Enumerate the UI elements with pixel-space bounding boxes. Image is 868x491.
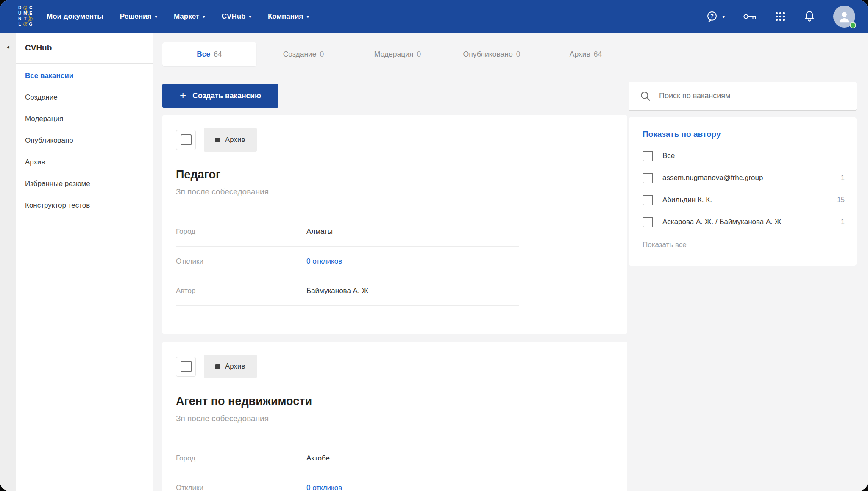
- help-bubble-icon: ?: [706, 11, 718, 22]
- tab-label: Создание: [283, 50, 317, 59]
- sidebar-item-moderation[interactable]: Модерация: [16, 108, 153, 130]
- vacancy-details: Город Актобе Отклики 0 откликов: [176, 444, 519, 491]
- responses-link[interactable]: 0 откликов: [306, 257, 342, 266]
- detail-row-responses: Отклики 0 откликов: [176, 247, 519, 276]
- card-controls: Архив: [176, 355, 257, 378]
- nav-company[interactable]: Компания ▾: [268, 12, 309, 21]
- sidebar-item-favorite-resumes[interactable]: Избранные резюме: [16, 173, 153, 194]
- badge-label: Архив: [225, 362, 245, 371]
- sidebar-item-archive[interactable]: Архив: [16, 151, 153, 173]
- row-value: Алматы: [306, 227, 333, 236]
- logo-letter: D: [17, 5, 22, 11]
- main-content: Все 64 Создание 0 Модерация 0 Опубликова…: [153, 33, 868, 491]
- vacancy-search-box: [629, 82, 857, 111]
- tab-count: 64: [214, 50, 222, 59]
- user-avatar-button[interactable]: [833, 6, 855, 28]
- vacancy-salary: Зп после собеседования: [176, 414, 269, 423]
- sidebar-menu: Все вакансии Создание Модерация Опублико…: [16, 64, 153, 216]
- app-window: D C U M E N T L G Мои документы Решения …: [0, 0, 868, 491]
- nav-cvhub[interactable]: CVHub ▾: [222, 12, 251, 21]
- logo-letter: U: [17, 11, 22, 16]
- logo-letter: M: [22, 11, 28, 16]
- sidebar-item-test-constructor[interactable]: Конструктор тестов: [16, 194, 153, 216]
- plus-icon: +: [180, 90, 186, 101]
- chevron-down-icon: ▾: [203, 14, 205, 19]
- responses-link[interactable]: 0 откликов: [306, 484, 342, 491]
- detail-row-city: Город Алматы: [176, 217, 519, 247]
- create-vacancy-button[interactable]: + Создать вакансию: [162, 84, 278, 108]
- tab-label: Опубликовано: [463, 50, 513, 59]
- checkbox[interactable]: [643, 173, 653, 183]
- search-icon: [640, 91, 651, 102]
- tab-label: Модерация: [374, 50, 414, 59]
- logo-ring-icon: [28, 16, 33, 22]
- topbar-icon-group: ? ▾: [706, 6, 855, 28]
- status-tabs: Все 64 Создание 0 Модерация 0 Опубликова…: [162, 42, 633, 66]
- author-option-count: 15: [837, 196, 845, 204]
- stop-square-icon: [215, 364, 220, 369]
- logo-letter: L: [17, 22, 22, 27]
- apps-launcher-button[interactable]: [775, 11, 786, 22]
- author-option-count: 1: [841, 218, 845, 226]
- show-all-authors-link[interactable]: Показать все: [643, 241, 845, 249]
- sidebar-collapse-button[interactable]: ◂: [6, 44, 9, 491]
- row-label: Автор: [176, 287, 306, 295]
- cvhub-sidebar: CVHub Все вакансии Создание Модерация Оп…: [16, 33, 153, 491]
- checkbox[interactable]: [643, 195, 653, 205]
- archive-status-badge[interactable]: Архив: [204, 355, 257, 378]
- sidebar-item-creation[interactable]: Создание: [16, 86, 153, 108]
- help-menu-button[interactable]: ? ▾: [706, 11, 725, 22]
- stop-square-icon: [215, 138, 220, 142]
- logo-letter: T: [22, 16, 28, 22]
- author-option[interactable]: Абильдин К. К. 15: [643, 189, 845, 211]
- access-keys-button[interactable]: [743, 11, 757, 22]
- tab-moderation[interactable]: Модерация 0: [351, 42, 445, 66]
- detail-row-responses: Отклики 0 откликов: [176, 473, 519, 491]
- search-input[interactable]: [658, 91, 845, 101]
- tab-creation[interactable]: Создание 0: [256, 42, 351, 66]
- sidebar-item-all-vacancies[interactable]: Все вакансии: [16, 65, 153, 86]
- detail-row-author: Автор Баймуканова А. Ж: [176, 276, 519, 306]
- tab-count: 0: [516, 50, 520, 59]
- chevron-down-icon: ▾: [249, 14, 251, 19]
- tab-all[interactable]: Все 64: [162, 42, 256, 66]
- vacancy-details: Город Алматы Отклики 0 откликов Автор Ба…: [176, 217, 519, 306]
- vacancy-title[interactable]: Агент по недвижимости: [176, 395, 312, 408]
- logo-letter: G: [28, 22, 33, 27]
- nav-solutions[interactable]: Решения ▾: [120, 12, 157, 21]
- tab-archive[interactable]: Архив 64: [539, 42, 633, 66]
- checkbox[interactable]: [643, 217, 653, 227]
- row-label: Отклики: [176, 484, 306, 491]
- tab-published[interactable]: Опубликовано 0: [445, 42, 539, 66]
- nav-label: Мои документы: [47, 12, 103, 21]
- checkbox[interactable]: [643, 151, 653, 161]
- author-option-all[interactable]: Все: [643, 145, 845, 167]
- notifications-button[interactable]: [804, 10, 815, 23]
- archive-status-badge[interactable]: Архив: [204, 128, 257, 152]
- nav-my-documents[interactable]: Мои документы: [47, 12, 103, 21]
- apps-grid-icon: [775, 11, 786, 22]
- vacancy-card: Архив Педагог Зп после собеседования Гор…: [162, 115, 627, 334]
- key-icon: [743, 11, 757, 22]
- bell-icon: [804, 10, 815, 23]
- author-filter-panel: Показать по автору Все assem.nugmanova@f…: [629, 117, 857, 266]
- row-value: Баймуканова А. Ж: [306, 287, 368, 295]
- chevron-down-icon: ▾: [155, 14, 157, 19]
- row-label: Отклики: [176, 257, 306, 266]
- vacancy-checkbox[interactable]: [176, 130, 196, 150]
- nav-market[interactable]: Маркет ▾: [174, 12, 205, 21]
- vacancy-title[interactable]: Педагог: [176, 168, 220, 181]
- top-navigation-bar: D C U M E N T L G Мои документы Решения …: [0, 0, 868, 33]
- documentolog-logo[interactable]: D C U M E N T L G: [17, 5, 34, 28]
- sidebar-item-published[interactable]: Опубликовано: [16, 130, 153, 151]
- author-option[interactable]: assem.nugmanova@frhc.group 1: [643, 167, 845, 189]
- author-option-label: Абильдин К. К.: [662, 196, 828, 204]
- card-controls: Архив: [176, 128, 257, 152]
- vacancy-checkbox[interactable]: [176, 357, 196, 377]
- tab-count: 0: [320, 50, 324, 59]
- main-menu: Мои документы Решения ▾ Маркет ▾ CVHub ▾…: [47, 12, 309, 21]
- tab-count: 64: [594, 50, 602, 59]
- author-option[interactable]: Аскарова А. Ж. / Баймуканова А. Ж 1: [643, 211, 845, 233]
- badge-label: Архив: [225, 136, 245, 144]
- author-option-label: Все: [662, 152, 835, 160]
